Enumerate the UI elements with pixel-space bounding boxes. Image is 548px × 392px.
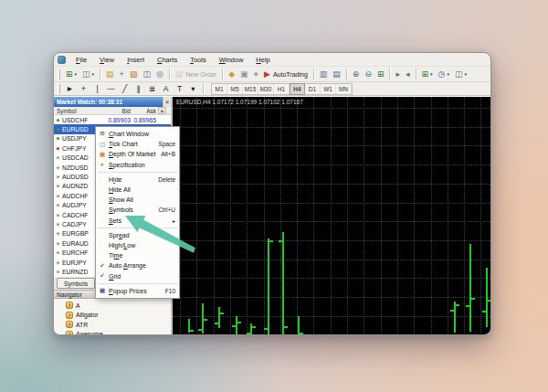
text-label-button[interactable]: T — [174, 83, 185, 95]
vertical-line-button[interactable]: | — [91, 83, 103, 95]
timeframe-w1[interactable]: W1 — [321, 84, 336, 94]
community-icon: ▣ — [240, 70, 248, 79]
alerts-button[interactable]: ◆ — [227, 68, 237, 80]
menu-item-label: Show All — [109, 196, 175, 203]
navigator-item[interactable]: fAlligator — [66, 311, 171, 321]
chart-area[interactable]: EURUSD,H4 1.07172 1.07199 1.07102 1.0716… — [173, 97, 490, 335]
chart-bars-button[interactable]: ▥ — [318, 68, 330, 80]
toolbar-group: ⊞▾◫▾ — [63, 68, 97, 80]
context-menu-item-time[interactable]: Time — [96, 250, 179, 260]
context-menu-item-show-all[interactable]: Show All — [96, 195, 179, 205]
zoom-in-button[interactable]: ⊕ — [351, 68, 362, 80]
market-watch-toggle-button[interactable]: ▤ — [104, 68, 116, 80]
menu-tools[interactable]: Tools — [184, 55, 213, 65]
context-menu-item-spread[interactable]: Spread — [96, 230, 179, 240]
menu-item-label: Chart Window — [109, 131, 175, 137]
toolbar-grip[interactable] — [58, 69, 60, 79]
close-tick — [269, 240, 273, 242]
community-button[interactable]: ▣ — [238, 68, 250, 80]
menubar: FileViewInsertChartsToolsWindowHelp — [54, 53, 490, 66]
autotrading-button[interactable]: ▶AutoTrading — [262, 68, 310, 80]
menu-window[interactable]: Window — [213, 55, 250, 65]
close-icon[interactable]: ✕ — [163, 97, 171, 107]
chart-candles-button[interactable]: ▤ — [331, 68, 342, 80]
context-menu-item-hide-all[interactable]: Hide All — [96, 185, 179, 195]
menu-item-label: Tick Chart — [109, 141, 155, 147]
crosshair-button[interactable]: + — [78, 83, 90, 95]
context-menu-item-hide[interactable]: HideDelete — [96, 175, 179, 185]
autotrading-icon: ▶ — [264, 70, 270, 79]
text-button[interactable]: A — [160, 83, 172, 95]
context-menu-item-high-low[interactable]: High/Low — [96, 240, 179, 250]
profiles-button[interactable]: ◫▾ — [80, 68, 96, 80]
zoom-out-button[interactable]: ⊖ — [363, 68, 374, 80]
menu-view[interactable]: View — [93, 55, 121, 65]
tile-windows-button[interactable]: ⊞ — [375, 68, 386, 80]
context-menu-item-auto-arrange[interactable]: ✓Auto Arrange — [96, 260, 179, 270]
new-order-button[interactable]: ▤New Order — [174, 68, 218, 80]
ohlc-bar — [250, 323, 252, 334]
toolbar-grip[interactable] — [58, 84, 60, 94]
timeframe-h4[interactable]: H4 — [290, 83, 305, 95]
zoom-out-icon: ⊖ — [364, 70, 372, 79]
auto-scroll-button[interactable]: ▸ — [394, 68, 402, 80]
equidistant-channel-button[interactable]: ∥ — [132, 83, 144, 95]
context-menu-item-popup-prices[interactable]: ▦Popup PricesF10 — [96, 286, 179, 296]
web-button[interactable]: ● — [252, 68, 260, 80]
gridline — [247, 97, 248, 335]
gridline — [173, 164, 490, 165]
context-menu-item-symbols[interactable]: SymbolsCtrl+U — [96, 205, 179, 215]
symbol-state-icon: ◆ — [54, 118, 62, 122]
vertical-line-icon: | — [96, 85, 98, 93]
context-menu-item-grid[interactable]: ✓Grid — [96, 270, 179, 281]
open-tick — [198, 329, 202, 331]
navigator-item[interactable]: fAwesome — [66, 330, 171, 336]
column-ask[interactable]: Ask — [131, 108, 156, 114]
navigator-item[interactable]: fA — [66, 301, 171, 311]
chevron-down-icon: ▾ — [464, 71, 467, 77]
close-tick — [220, 313, 224, 314]
menu-insert[interactable]: Insert — [121, 55, 151, 65]
indicators-button[interactable]: ⊞▾ — [420, 68, 435, 80]
market-watch-row[interactable]: ◆USDCHF0.899030.89965 — [54, 115, 171, 124]
timeframe-h1[interactable]: H1 — [274, 84, 290, 94]
menu-charts[interactable]: Charts — [151, 55, 184, 65]
periods-button[interactable]: ◷▾ — [437, 68, 451, 80]
terminal-toggle-button[interactable]: ◫ — [141, 68, 153, 80]
shapes-button[interactable]: ▾ — [187, 83, 199, 95]
symbol-state-icon: ◆ — [54, 231, 62, 236]
new-chart-button[interactable]: ⊞▾ — [64, 68, 79, 80]
timeframe-m1[interactable]: M1 — [212, 84, 227, 94]
toolbar-group: ▤+▧◫◎ — [103, 68, 166, 80]
column-symbol[interactable]: Symbol — [54, 108, 101, 114]
data-window-button[interactable]: + — [118, 68, 126, 80]
strategy-tester-button[interactable]: ◎ — [154, 68, 165, 80]
timeframe-d1[interactable]: D1 — [305, 84, 321, 94]
horizontal-line-button[interactable]: ― — [105, 83, 117, 95]
cursor-button[interactable]: ► — [64, 83, 76, 95]
templates-button[interactable]: ◫▾ — [453, 68, 469, 80]
scroll-up-icon[interactable]: ▲ — [158, 107, 166, 114]
context-menu-item-tick-chart[interactable]: ◫Tick ChartSpace — [96, 139, 179, 149]
column-bid[interactable]: Bid — [101, 108, 131, 114]
context-menu-item-sets[interactable]: Sets▸ — [96, 216, 179, 226]
timeframe-mn[interactable]: MN — [336, 84, 352, 94]
fibonacci-button[interactable]: ≣ — [146, 83, 158, 95]
symbols-tab[interactable]: Symbols — [57, 278, 95, 289]
popup-prices-icon: ▦ — [96, 288, 109, 294]
ohlc-bar — [469, 244, 471, 332]
context-menu-item-chart-window[interactable]: ⊞Chart Window — [96, 129, 179, 139]
menu-file[interactable]: File — [69, 55, 93, 65]
timeframe-m30[interactable]: M30 — [258, 84, 274, 94]
menu-help[interactable]: Help — [249, 55, 276, 65]
timeframe-m5[interactable]: M5 — [227, 84, 243, 94]
tool-buttons: ►+|―╱∥≣AT▾ — [63, 83, 200, 95]
chart-shift-button[interactable]: ◂ — [404, 68, 412, 80]
timeframe-m15[interactable]: M15 — [243, 84, 258, 94]
context-menu-item-specification[interactable]: ●Specification — [96, 160, 179, 170]
context-menu-item-depth-of-market[interactable]: ▦Depth Of MarketAlt+B — [96, 149, 179, 159]
navigator-toggle-button[interactable]: ▧ — [128, 68, 140, 80]
navigator-item[interactable]: fATR — [66, 320, 171, 330]
menu-item-label: Sets — [109, 217, 173, 224]
trendline-button[interactable]: ╱ — [119, 83, 131, 95]
